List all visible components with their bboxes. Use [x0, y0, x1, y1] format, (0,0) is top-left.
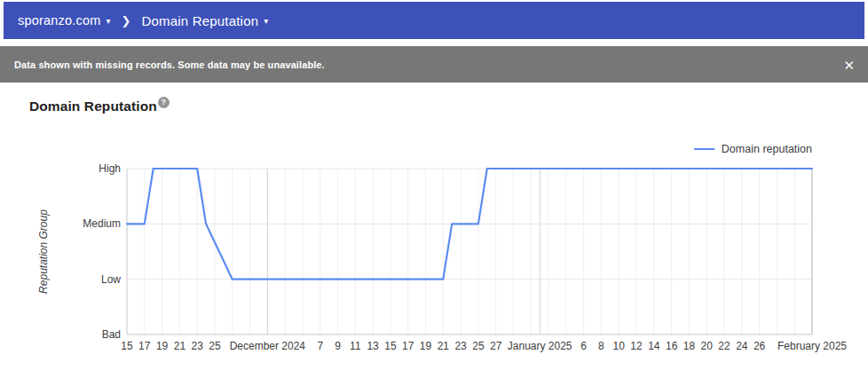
svg-text:19: 19	[420, 340, 432, 352]
page: sporanzo.com ▾ ❯ Domain Reputation ▾ Dat…	[0, 0, 868, 378]
svg-text:17: 17	[402, 340, 414, 352]
svg-text:15: 15	[121, 340, 133, 352]
svg-text:Low: Low	[101, 273, 121, 286]
svg-text:16: 16	[666, 340, 678, 352]
svg-text:7: 7	[317, 340, 323, 352]
svg-text:13: 13	[367, 340, 379, 352]
svg-text:18: 18	[683, 340, 696, 352]
svg-text:8: 8	[598, 340, 604, 352]
svg-text:Medium: Medium	[83, 217, 121, 230]
svg-text:23: 23	[191, 340, 203, 352]
svg-text:9: 9	[335, 340, 341, 352]
svg-text:26: 26	[754, 340, 766, 352]
svg-text:25: 25	[209, 340, 221, 352]
svg-text:January 2025: January 2025	[508, 340, 572, 352]
svg-text:27: 27	[490, 340, 502, 352]
domain-reputation-chart[interactable]: BadLowMediumHigh151719212325December 202…	[0, 0, 868, 378]
svg-text:February 2025: February 2025	[777, 340, 847, 352]
y-axis-title: Reputation Group	[37, 209, 50, 294]
svg-text:19: 19	[156, 340, 169, 352]
svg-text:December 2024: December 2024	[230, 340, 306, 352]
svg-text:24: 24	[736, 340, 748, 352]
svg-text:21: 21	[174, 340, 186, 352]
svg-text:22: 22	[718, 340, 730, 352]
svg-text:23: 23	[454, 340, 467, 352]
svg-text:High: High	[99, 162, 121, 175]
svg-text:20: 20	[701, 340, 714, 352]
svg-text:11: 11	[350, 340, 361, 352]
svg-text:21: 21	[438, 340, 450, 352]
svg-text:6: 6	[580, 340, 587, 352]
svg-text:15: 15	[384, 340, 397, 352]
svg-text:Bad: Bad	[102, 328, 121, 341]
svg-text:25: 25	[472, 340, 485, 352]
svg-text:10: 10	[613, 340, 626, 352]
svg-text:12: 12	[630, 340, 643, 352]
svg-text:17: 17	[138, 340, 151, 352]
svg-text:14: 14	[648, 340, 660, 352]
